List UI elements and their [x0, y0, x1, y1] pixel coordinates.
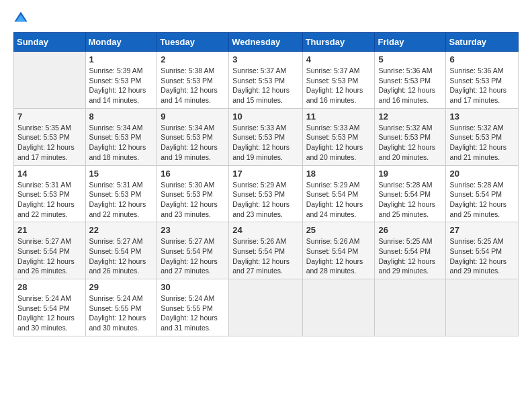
day-number: 24: [232, 225, 298, 235]
calendar-cell: 2Sunrise: 5:38 AM Sunset: 5:53 PM Daylig…: [157, 52, 229, 109]
day-number: 14: [17, 169, 82, 179]
day-info: Sunrise: 5:33 AM Sunset: 5:53 PM Dayligh…: [232, 123, 298, 163]
day-number: 17: [232, 169, 298, 179]
day-number: 7: [17, 111, 82, 122]
calendar-cell: 14Sunrise: 5:31 AM Sunset: 5:53 PM Dayli…: [14, 165, 86, 222]
week-row-5: 28Sunrise: 5:24 AM Sunset: 5:54 PM Dayli…: [14, 279, 519, 336]
calendar-cell: 12Sunrise: 5:32 AM Sunset: 5:53 PM Dayli…: [375, 108, 446, 165]
day-number: 27: [449, 225, 515, 235]
header-wednesday: Wednesday: [229, 33, 302, 52]
day-number: 6: [449, 54, 515, 64]
day-number: 11: [306, 111, 371, 122]
day-info: Sunrise: 5:31 AM Sunset: 5:53 PM Dayligh…: [89, 180, 154, 220]
week-row-3: 14Sunrise: 5:31 AM Sunset: 5:53 PM Dayli…: [14, 165, 519, 222]
day-number: 3: [232, 54, 298, 64]
calendar-cell: 18Sunrise: 5:29 AM Sunset: 5:54 PM Dayli…: [302, 165, 375, 222]
calendar-cell: 13Sunrise: 5:32 AM Sunset: 5:53 PM Dayli…: [446, 108, 519, 165]
day-info: Sunrise: 5:32 AM Sunset: 5:53 PM Dayligh…: [449, 123, 515, 163]
calendar-cell: 26Sunrise: 5:25 AM Sunset: 5:54 PM Dayli…: [375, 222, 446, 279]
calendar-cell: 29Sunrise: 5:24 AM Sunset: 5:55 PM Dayli…: [85, 279, 157, 336]
day-info: Sunrise: 5:24 AM Sunset: 5:55 PM Dayligh…: [89, 293, 154, 333]
day-number: 18: [306, 169, 371, 179]
calendar-cell: 22Sunrise: 5:27 AM Sunset: 5:54 PM Dayli…: [85, 222, 157, 279]
day-info: Sunrise: 5:29 AM Sunset: 5:53 PM Dayligh…: [232, 180, 298, 220]
calendar-cell: [375, 279, 446, 336]
day-info: Sunrise: 5:36 AM Sunset: 5:53 PM Dayligh…: [378, 66, 442, 105]
calendar-cell: 8Sunrise: 5:34 AM Sunset: 5:53 PM Daylig…: [85, 108, 157, 165]
header-saturday: Saturday: [446, 33, 519, 52]
day-info: Sunrise: 5:35 AM Sunset: 5:53 PM Dayligh…: [17, 123, 82, 163]
day-info: Sunrise: 5:28 AM Sunset: 5:54 PM Dayligh…: [378, 180, 442, 220]
day-info: Sunrise: 5:31 AM Sunset: 5:53 PM Dayligh…: [17, 180, 82, 220]
calendar-cell: 27Sunrise: 5:25 AM Sunset: 5:54 PM Dayli…: [446, 222, 519, 279]
day-info: Sunrise: 5:30 AM Sunset: 5:53 PM Dayligh…: [161, 180, 225, 220]
day-number: 16: [161, 169, 225, 179]
day-number: 2: [161, 54, 225, 64]
day-info: Sunrise: 5:26 AM Sunset: 5:54 PM Dayligh…: [306, 236, 371, 276]
week-row-2: 7Sunrise: 5:35 AM Sunset: 5:53 PM Daylig…: [14, 108, 519, 165]
calendar-cell: 6Sunrise: 5:36 AM Sunset: 5:53 PM Daylig…: [446, 52, 519, 109]
day-number: 21: [17, 225, 82, 235]
calendar-cell: 5Sunrise: 5:36 AM Sunset: 5:53 PM Daylig…: [375, 52, 446, 109]
calendar-cell: 20Sunrise: 5:28 AM Sunset: 5:54 PM Dayli…: [446, 165, 519, 222]
day-number: 9: [161, 111, 225, 122]
day-number: 10: [232, 111, 298, 122]
day-info: Sunrise: 5:32 AM Sunset: 5:53 PM Dayligh…: [378, 123, 442, 163]
logo: [13, 11, 31, 26]
logo-icon: [13, 11, 28, 26]
day-number: 20: [449, 169, 515, 179]
day-info: Sunrise: 5:34 AM Sunset: 5:53 PM Dayligh…: [161, 123, 225, 163]
calendar-cell: 7Sunrise: 5:35 AM Sunset: 5:53 PM Daylig…: [14, 108, 86, 165]
calendar-cell: 28Sunrise: 5:24 AM Sunset: 5:54 PM Dayli…: [14, 279, 86, 336]
day-info: Sunrise: 5:34 AM Sunset: 5:53 PM Dayligh…: [89, 123, 154, 163]
day-number: 22: [89, 225, 154, 235]
calendar-cell: 9Sunrise: 5:34 AM Sunset: 5:53 PM Daylig…: [157, 108, 229, 165]
day-number: 13: [449, 111, 515, 122]
calendar-cell: 25Sunrise: 5:26 AM Sunset: 5:54 PM Dayli…: [302, 222, 375, 279]
header-thursday: Thursday: [302, 33, 375, 52]
day-number: 1: [89, 54, 154, 64]
header: [13, 11, 519, 26]
day-info: Sunrise: 5:38 AM Sunset: 5:53 PM Dayligh…: [161, 66, 225, 105]
calendar-cell: 15Sunrise: 5:31 AM Sunset: 5:53 PM Dayli…: [85, 165, 157, 222]
calendar-cell: 3Sunrise: 5:37 AM Sunset: 5:53 PM Daylig…: [229, 52, 302, 109]
day-info: Sunrise: 5:27 AM Sunset: 5:54 PM Dayligh…: [161, 236, 225, 276]
calendar-cell: 21Sunrise: 5:27 AM Sunset: 5:54 PM Dayli…: [14, 222, 86, 279]
calendar-cell: 30Sunrise: 5:24 AM Sunset: 5:55 PM Dayli…: [157, 279, 229, 336]
day-number: 4: [306, 54, 371, 64]
day-number: 5: [378, 54, 442, 64]
day-number: 30: [161, 282, 225, 292]
day-number: 23: [161, 225, 225, 235]
calendar-cell: 1Sunrise: 5:39 AM Sunset: 5:53 PM Daylig…: [85, 52, 157, 109]
calendar-cell: 24Sunrise: 5:26 AM Sunset: 5:54 PM Dayli…: [229, 222, 302, 279]
header-tuesday: Tuesday: [157, 33, 229, 52]
day-info: Sunrise: 5:26 AM Sunset: 5:54 PM Dayligh…: [232, 236, 298, 276]
calendar-cell: [446, 279, 519, 336]
calendar-cell: [14, 52, 86, 109]
day-info: Sunrise: 5:25 AM Sunset: 5:54 PM Dayligh…: [378, 236, 442, 276]
calendar-cell: 23Sunrise: 5:27 AM Sunset: 5:54 PM Dayli…: [157, 222, 229, 279]
day-info: Sunrise: 5:37 AM Sunset: 5:53 PM Dayligh…: [232, 66, 298, 105]
day-info: Sunrise: 5:27 AM Sunset: 5:54 PM Dayligh…: [89, 236, 154, 276]
day-number: 12: [378, 111, 442, 122]
calendar-cell: 10Sunrise: 5:33 AM Sunset: 5:53 PM Dayli…: [229, 108, 302, 165]
calendar-cell: 17Sunrise: 5:29 AM Sunset: 5:53 PM Dayli…: [229, 165, 302, 222]
day-info: Sunrise: 5:36 AM Sunset: 5:53 PM Dayligh…: [449, 66, 515, 105]
day-number: 29: [89, 282, 154, 292]
calendar-cell: 4Sunrise: 5:37 AM Sunset: 5:53 PM Daylig…: [302, 52, 375, 109]
calendar-cell: [302, 279, 375, 336]
day-info: Sunrise: 5:33 AM Sunset: 5:53 PM Dayligh…: [306, 123, 371, 163]
header-sunday: Sunday: [14, 33, 86, 52]
day-info: Sunrise: 5:27 AM Sunset: 5:54 PM Dayligh…: [17, 236, 82, 276]
week-row-4: 21Sunrise: 5:27 AM Sunset: 5:54 PM Dayli…: [14, 222, 519, 279]
calendar-cell: 16Sunrise: 5:30 AM Sunset: 5:53 PM Dayli…: [157, 165, 229, 222]
day-info: Sunrise: 5:25 AM Sunset: 5:54 PM Dayligh…: [449, 236, 515, 276]
day-number: 25: [306, 225, 371, 235]
header-monday: Monday: [85, 33, 157, 52]
day-info: Sunrise: 5:37 AM Sunset: 5:53 PM Dayligh…: [306, 66, 371, 105]
day-number: 19: [378, 169, 442, 179]
calendar-header-row: SundayMondayTuesdayWednesdayThursdayFrid…: [14, 33, 519, 52]
header-friday: Friday: [375, 33, 446, 52]
day-info: Sunrise: 5:24 AM Sunset: 5:54 PM Dayligh…: [17, 293, 82, 333]
calendar-cell: [229, 279, 302, 336]
